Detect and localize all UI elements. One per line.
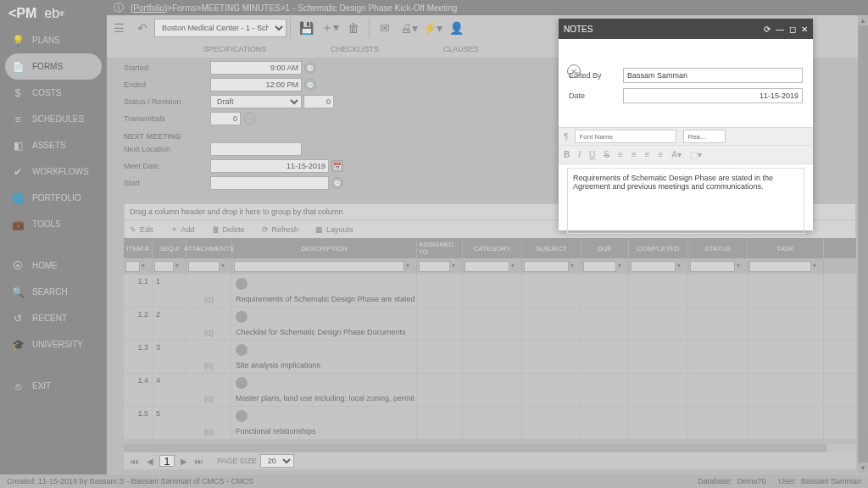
edit-button[interactable]: ✎ Edit [130, 224, 153, 235]
col-status[interactable]: STATUS [688, 238, 748, 258]
started-input[interactable] [210, 61, 302, 75]
filter-icon[interactable]: ▾ [142, 262, 150, 270]
strike-icon[interactable]: S [604, 150, 609, 159]
layouts-button[interactable]: ▦ Layouts [315, 224, 353, 235]
status-select[interactable]: Draft [210, 95, 302, 108]
crumb-mm[interactable]: MEETING MINUTES [201, 3, 280, 13]
chat-icon[interactable] [236, 344, 248, 356]
filter-icon[interactable]: ▾ [618, 262, 626, 270]
next-page-icon[interactable]: ▶ [178, 455, 190, 467]
filter-icon[interactable]: ▾ [511, 262, 520, 270]
info-icon[interactable]: ⓘ [114, 1, 124, 15]
sidebar-item-search[interactable]: 🔍SEARCH [0, 279, 107, 305]
filter-task[interactable] [749, 261, 811, 272]
editor-body[interactable]: Requirements of Schematic Design Phase a… [567, 168, 804, 234]
sidebar-item-university[interactable]: 🎓UNIVERSITY [0, 331, 107, 358]
col-task[interactable]: TASK [748, 238, 824, 258]
col-desc[interactable]: DESCRIPTION [232, 238, 417, 258]
filter-icon[interactable]: ▾ [677, 262, 686, 270]
bold-icon[interactable]: B [564, 150, 570, 159]
font-name-input[interactable] [575, 130, 676, 143]
table-row[interactable]: 1.55(0)Functional relationships [124, 406, 856, 439]
project-selector[interactable]: Boston Medical Center - 1 - Schemat [154, 19, 287, 37]
notes-titlebar[interactable]: NOTES ⟳ — ◻ ✕ [559, 19, 813, 39]
add-button[interactable]: ＋ Add [170, 224, 195, 235]
table-row[interactable]: 1.11(0)Requirements of Schematic Design … [124, 274, 856, 307]
revision-input[interactable] [303, 95, 334, 108]
sidebar-item-workflows[interactable]: ✔WORKFLOWS [0, 158, 107, 185]
col-seq[interactable]: SEQ # [153, 238, 186, 258]
mail-icon[interactable]: ✉ [373, 17, 397, 39]
filter-cat[interactable] [465, 261, 509, 272]
horizontal-scrollbar[interactable] [124, 444, 856, 452]
align-center-icon[interactable]: ≡ [632, 150, 637, 159]
clock-icon[interactable]: 🕒 [304, 79, 316, 91]
filter-item[interactable] [125, 261, 140, 272]
user-icon[interactable]: 👤 [444, 17, 468, 39]
crumb-portfolio[interactable]: (Portfolio) [131, 3, 167, 13]
print-icon[interactable]: 🖨▾ [397, 17, 420, 39]
font-color-icon[interactable]: A▾ [671, 150, 682, 159]
filter-asg[interactable] [419, 261, 450, 272]
tab-checklists[interactable]: CHECKLISTS [298, 41, 411, 58]
filter-icon[interactable]: ▾ [175, 262, 184, 270]
italic-icon[interactable]: I [578, 150, 581, 159]
align-right-icon[interactable]: ≡ [645, 150, 650, 159]
col-item[interactable]: ITEM # [124, 238, 153, 258]
col-subject[interactable]: SUBJECT [522, 238, 581, 258]
close-icon[interactable]: ✕ [801, 25, 808, 34]
delete-icon[interactable]: 🗑 [342, 17, 365, 39]
filter-seq[interactable] [154, 261, 174, 272]
filter-icon[interactable]: ▾ [452, 262, 460, 270]
sidebar-item-forms[interactable]: 📄FORMS [5, 53, 102, 80]
add-icon[interactable]: ＋▾ [318, 17, 342, 39]
sidebar-item-schedules[interactable]: ≡SCHEDULES [0, 106, 107, 132]
align-just-icon[interactable]: ≡ [658, 150, 663, 159]
col-assigned[interactable]: ASSIGNED TO [417, 238, 463, 258]
bolt-icon[interactable]: ⚡▾ [420, 17, 444, 39]
align-left-icon[interactable]: ≡ [618, 150, 623, 159]
filter-due[interactable] [583, 261, 616, 272]
col-att[interactable]: ATTACHMENTS [186, 238, 232, 258]
sidebar-item-tools[interactable]: 💼TOOLS [0, 211, 107, 237]
calendar-icon[interactable]: 📅 [331, 160, 343, 172]
filter-icon[interactable]: ▾ [221, 262, 230, 270]
crumb-forms[interactable]: Forms [172, 3, 196, 13]
tab-clauses[interactable]: CLAUSES [411, 41, 511, 58]
col-category[interactable]: CATEGORY [463, 238, 522, 258]
maximize-icon[interactable]: ◻ [789, 25, 796, 34]
tab-specs[interactable]: SPECIFICATIONS [171, 41, 298, 58]
filter-icon[interactable]: ▾ [406, 262, 415, 270]
filter-att[interactable] [188, 261, 220, 272]
table-row[interactable]: 1.22(0)Checklist for Schematic Design Ph… [124, 307, 856, 340]
transmittals-input[interactable] [210, 112, 241, 125]
ended-input[interactable] [210, 78, 302, 92]
chat-icon[interactable] [236, 410, 248, 422]
meet-date-input[interactable] [210, 159, 329, 173]
prev-page-icon[interactable]: ◀ [144, 455, 156, 467]
filter-icon[interactable]: ▾ [737, 262, 745, 270]
close-circle-icon[interactable]: ✕ [567, 64, 581, 78]
chat-icon[interactable] [236, 311, 248, 323]
vertical-scrollbar[interactable]: ▲▼ [858, 15, 868, 473]
page-input[interactable] [159, 455, 175, 467]
filter-comp[interactable] [631, 261, 676, 272]
highlight-icon[interactable]: ⬚▾ [690, 150, 702, 159]
sidebar-item-plans[interactable]: 💡PLANS [0, 27, 107, 53]
refresh-button[interactable]: ⟳ Refresh [262, 224, 299, 235]
date-input[interactable] [623, 88, 803, 103]
font-size-input[interactable] [683, 130, 726, 143]
chat-icon[interactable] [236, 377, 248, 389]
next-location-input[interactable] [210, 142, 302, 156]
sidebar-item-recent[interactable]: ↺RECENT [0, 305, 107, 331]
edited-by-input[interactable] [623, 68, 803, 83]
last-page-icon[interactable]: ⏭ [193, 455, 205, 467]
sidebar-item-portfolio[interactable]: 🌐PORTFOLIO [0, 185, 107, 211]
clock-icon[interactable]: 🕒 [331, 177, 343, 189]
more-icon[interactable]: ⋯ [243, 113, 255, 125]
save-icon[interactable]: 💾 [294, 17, 318, 39]
sidebar-item-assets[interactable]: ◧ASSETS [0, 132, 107, 158]
delete-button[interactable]: 🗑 Delete [212, 224, 245, 235]
chat-icon[interactable] [236, 278, 248, 290]
clock-icon[interactable]: 🕒 [304, 62, 316, 74]
